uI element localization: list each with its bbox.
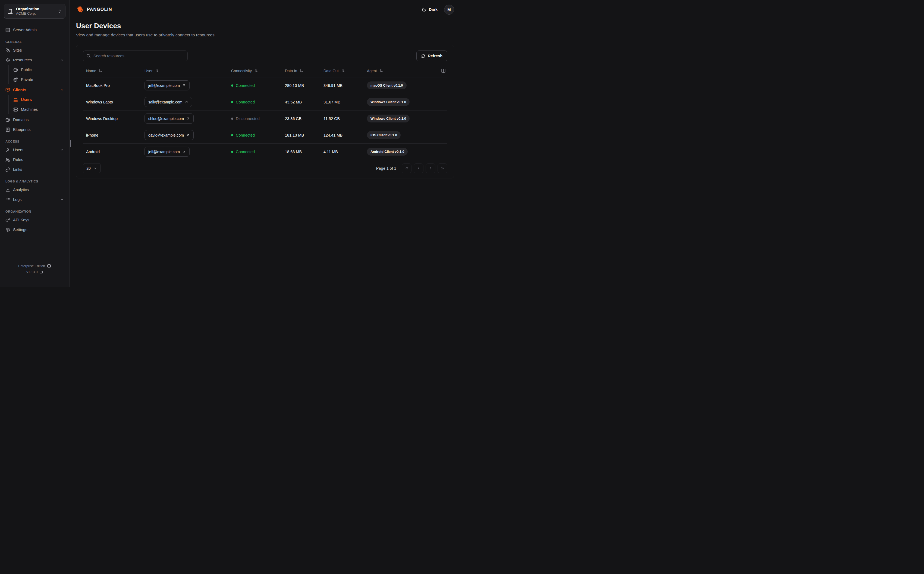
last-page-button[interactable]	[438, 164, 447, 173]
sidebar-item-label: Private	[21, 77, 33, 82]
agent-label: Android Client v0.1.0	[371, 150, 404, 154]
arrow-up-right-icon	[186, 133, 190, 137]
sidebar-item-analytics[interactable]: Analytics	[3, 185, 66, 194]
sidebar-item-label: Sites	[13, 48, 22, 52]
sidebar-item-label: Resources	[13, 58, 32, 62]
sites-combine-icon	[5, 48, 10, 53]
sidebar-item-label: Links	[13, 167, 22, 172]
column-settings-button[interactable]	[440, 68, 446, 74]
arrow-up-right-icon	[182, 150, 186, 153]
search-wrap	[83, 50, 188, 62]
card-footer: 20 Page 1 of 1	[83, 163, 447, 173]
page-size-value: 20	[87, 166, 91, 170]
agent-label: Windows Client v0.1.0	[371, 117, 406, 121]
column-header-label: Agent	[367, 69, 377, 73]
agent-badge: macOS Client v0.1.0	[367, 82, 407, 89]
sidebar-item-links[interactable]: Links	[3, 165, 66, 174]
key-icon	[5, 218, 10, 222]
sidebar-item-settings[interactable]: Settings	[3, 225, 66, 234]
sidebar-item-roles[interactable]: Roles	[3, 155, 66, 164]
sidebar-item-logs[interactable]: Logs	[3, 195, 66, 204]
sidebar-item-private[interactable]: Private	[11, 75, 66, 84]
status-label: Connected	[236, 84, 255, 88]
chevron-up-icon	[60, 88, 64, 92]
agent-badge: Windows Client v0.1.0	[367, 98, 410, 106]
sidebar-item-clients[interactable]: Clients	[3, 85, 66, 95]
enterprise-edition-link[interactable]: Enterprise Edition	[18, 264, 51, 268]
chevrons-left-icon	[405, 166, 409, 170]
data-in-value: 23.36 GB	[285, 117, 301, 121]
sidebar-section-access: ACCESS	[5, 140, 64, 143]
user-link-button[interactable]: chloe@example.com	[145, 114, 194, 123]
brand-home-link[interactable]: PANGOLIN	[76, 5, 112, 14]
columns-icon	[441, 68, 446, 73]
prev-page-button[interactable]	[414, 164, 423, 173]
column-header-label: Name	[86, 69, 96, 73]
brand-name: PANGOLIN	[87, 7, 112, 12]
user-link-button[interactable]: jeff@example.com	[145, 147, 189, 157]
sidebar-item-label: Public	[21, 68, 32, 72]
first-page-button[interactable]	[402, 164, 412, 173]
org-switcher-label: Organization	[16, 7, 39, 11]
agent-label: iOS Client v0.1.0	[371, 133, 397, 137]
arrow-up-right-icon	[185, 100, 188, 104]
sidebar-item-label: Users	[21, 98, 32, 102]
user-link-button[interactable]: jeff@example.com	[145, 80, 189, 90]
sidebar-item-sites[interactable]: Sites	[3, 46, 66, 55]
column-header-user[interactable]: User	[141, 65, 228, 77]
topbar-right: Dark M	[422, 5, 454, 15]
column-header-name[interactable]: Name	[83, 65, 141, 77]
data-in-value: 43.52 MB	[285, 100, 302, 104]
monitor-up-icon	[5, 88, 10, 92]
org-switcher[interactable]: Organization ACME Corp.	[4, 4, 65, 19]
agent-label: Windows Client v0.1.0	[371, 100, 406, 104]
status-label: Connected	[236, 100, 255, 104]
sidebar-item-label: Logs	[13, 197, 22, 202]
sidebar-item-domains[interactable]: Domains	[3, 115, 66, 125]
github-icon	[47, 264, 51, 268]
column-header-agent[interactable]: Agent	[364, 65, 433, 77]
sidebar-item-label: Analytics	[13, 188, 29, 192]
sidebar-resize-handle[interactable]	[70, 140, 71, 147]
sidebar-section-general: GENERAL	[5, 40, 64, 43]
sidebar-item-label: Clients	[13, 88, 26, 92]
version-link[interactable]: v1.13.0	[26, 270, 43, 274]
sidebar-item-resources[interactable]: Resources	[3, 55, 66, 65]
arrow-up-down-icon	[341, 69, 345, 73]
status-label: Connected	[236, 133, 255, 137]
sidebar-item-api-keys[interactable]: API Keys	[3, 215, 66, 224]
column-header-data-out[interactable]: Data Out	[320, 65, 364, 77]
avatar-initial: M	[447, 7, 451, 12]
refresh-button[interactable]: Refresh	[416, 50, 447, 62]
sidebar-item-server-admin[interactable]: Server Admin	[3, 25, 66, 35]
sidebar-subitems-resources: PublicPrivate	[8, 65, 66, 84]
user-email: chloe@example.com	[148, 117, 184, 121]
sidebar-item-machines[interactable]: Machines	[11, 105, 66, 114]
table-header-row: NameUserConnectivityData InData OutAgent	[83, 65, 447, 77]
user-link-button[interactable]: sally@example.com	[145, 97, 192, 107]
refresh-icon	[421, 54, 425, 58]
page-size-select[interactable]: 20	[83, 163, 101, 173]
user-avatar[interactable]: M	[444, 5, 454, 15]
theme-toggle[interactable]: Dark	[422, 7, 438, 12]
sidebar-item-label: Domains	[13, 118, 28, 122]
sidebar-item-label: Users	[13, 148, 24, 152]
server-icon	[13, 107, 18, 112]
user-email: jeff@example.com	[148, 84, 180, 88]
sidebar-item-public[interactable]: Public	[11, 65, 66, 74]
sidebar-item-blueprints[interactable]: Blueprints	[3, 125, 66, 134]
column-header-settings	[433, 65, 447, 77]
sidebar-item-users[interactable]: Users	[11, 95, 66, 104]
topbar: PANGOLIN Dark M	[76, 0, 454, 19]
pagination-label: Page 1 of 1	[376, 166, 396, 170]
status-dot-icon	[231, 101, 233, 103]
refresh-button-label: Refresh	[428, 54, 442, 58]
search-input[interactable]	[83, 50, 188, 62]
devices-table: NameUserConnectivityData InData OutAgent…	[83, 65, 447, 160]
user-link-button[interactable]: david@example.com	[145, 130, 194, 140]
column-header-wrap: Name	[86, 69, 102, 73]
next-page-button[interactable]	[426, 164, 435, 173]
column-header-data-in[interactable]: Data In	[282, 65, 320, 77]
column-header-connectivity[interactable]: Connectivity	[228, 65, 282, 77]
sidebar-item-users[interactable]: Users	[3, 145, 66, 155]
